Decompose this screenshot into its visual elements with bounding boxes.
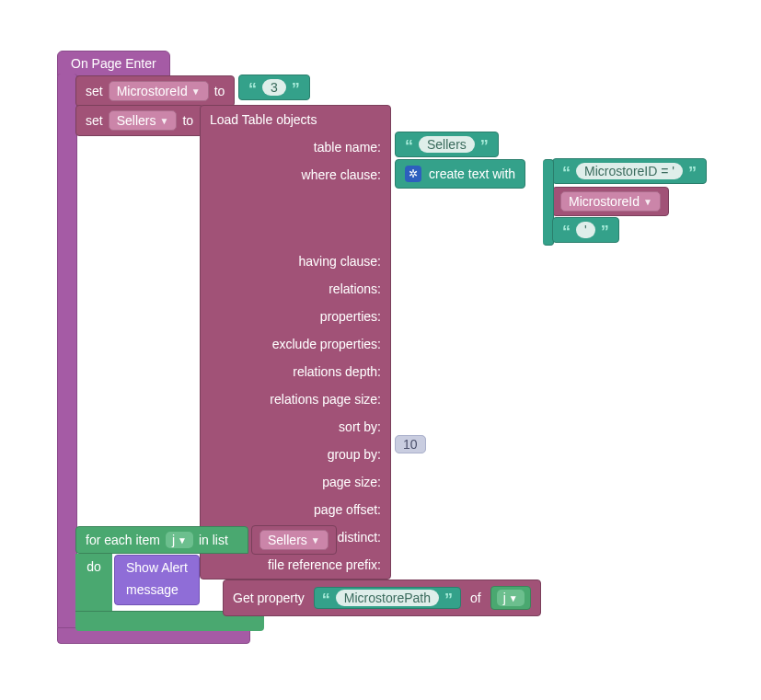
event-title: On Page Enter <box>71 56 156 71</box>
set-label: set <box>86 84 103 98</box>
page-size-value[interactable]: 10 <box>395 437 426 452</box>
row-page-size: page size: <box>201 468 390 496</box>
string-value[interactable]: MicrostoreID = ' <box>576 163 683 179</box>
gear-icon[interactable]: ✲ <box>405 166 421 182</box>
row-properties: properties: <box>201 303 390 330</box>
quote-icon: “ <box>562 227 571 236</box>
to-label: to <box>182 113 193 128</box>
for-each-label: for each item <box>86 533 160 547</box>
quote-icon: “ <box>248 85 257 94</box>
load-title-row: Load Table objects <box>201 106 390 133</box>
quote-icon: ” <box>601 227 609 236</box>
show-alert-block[interactable]: Show Alert message <box>114 555 200 605</box>
quote-icon: ” <box>292 85 300 94</box>
chevron-down-icon: ▼ <box>311 535 320 545</box>
row-relations-page-size: relations page size: <box>201 385 390 413</box>
row-relations: relations: <box>201 275 390 303</box>
chevron-down-icon: ▼ <box>509 593 518 603</box>
row-relations-depth: relations depth: <box>201 358 390 385</box>
string-literal-sellers[interactable]: “ Sellers ” <box>395 132 499 157</box>
quote-icon: ” <box>480 142 489 151</box>
variable-dropdown-sellers[interactable]: Sellers▼ <box>109 110 178 131</box>
quote-icon: “ <box>322 595 330 604</box>
quote-icon: “ <box>405 142 413 151</box>
create-text-with-block[interactable]: ✲ create text with <box>395 159 525 189</box>
variable-getter-microstoreid[interactable]: MicrostoreId▼ <box>552 187 669 216</box>
in-list-label: in list <box>199 533 228 547</box>
do-label-cell: do <box>75 554 112 611</box>
variable-dropdown-microstoreid[interactable]: MicrostoreId▼ <box>109 81 209 101</box>
set-label: set <box>86 113 103 128</box>
row-table-name: table name: <box>201 133 390 161</box>
event-block-body <box>57 74 77 630</box>
string-value[interactable]: Sellers <box>419 136 475 153</box>
quote-icon: “ <box>562 168 571 178</box>
loop-variable-dropdown[interactable]: j▼ <box>497 590 525 606</box>
variable-dropdown-microstoreid[interactable]: MicrostoreId▼ <box>560 191 661 212</box>
row-where-clause-filler <box>201 189 390 247</box>
set-variable-block-sellers[interactable]: set Sellers▼ to <box>75 105 203 136</box>
chevron-down-icon: ▼ <box>178 535 187 545</box>
string-value[interactable]: MicrostorePath <box>336 590 439 606</box>
show-alert-title: Show Alert <box>126 560 188 575</box>
row-page-offset: page offset: <box>201 496 390 523</box>
string-literal-3[interactable]: “ 3 ” <box>238 75 310 100</box>
string-value[interactable]: 3 <box>262 79 286 96</box>
create-text-with-label: create text with <box>429 166 515 181</box>
string-value[interactable]: ' <box>576 222 595 238</box>
chevron-down-icon: ▼ <box>643 197 652 207</box>
chevron-down-icon: ▼ <box>191 86 201 97</box>
to-label: to <box>214 84 225 98</box>
variable-dropdown-sellers[interactable]: Sellers▼ <box>259 530 329 550</box>
property-name-string[interactable]: “ MicrostorePath ” <box>314 587 461 609</box>
load-title: Load Table objects <box>210 112 317 127</box>
loop-variable-dropdown[interactable]: j▼ <box>166 532 193 548</box>
variable-getter-j[interactable]: j▼ <box>490 586 531 610</box>
row-where-clause: where clause: <box>201 161 390 189</box>
get-property-block[interactable]: Get property “ MicrostorePath ” of j▼ <box>223 580 541 616</box>
get-property-label: Get property <box>233 591 305 605</box>
row-having-clause: having clause: <box>201 247 390 275</box>
chevron-down-icon: ▼ <box>159 116 168 126</box>
row-sort-by: sort by: <box>201 413 390 441</box>
string-literal-close-quote[interactable]: “ ' ” <box>552 217 619 243</box>
set-variable-block-microstoreid[interactable]: set MicrostoreId▼ to <box>75 75 235 107</box>
string-literal-microstoreid-eq[interactable]: “ MicrostoreID = ' ” <box>552 158 707 184</box>
load-table-objects-block[interactable]: Load Table objects table name: where cla… <box>200 105 391 580</box>
quote-icon: ” <box>688 168 697 178</box>
row-exclude-properties: exclude properties: <box>201 330 390 358</box>
blockly-workspace: On Page Enter set MicrostoreId▼ to “ 3 ”… <box>18 18 761 700</box>
message-label: message <box>126 575 188 597</box>
event-block-header[interactable]: On Page Enter <box>57 51 170 76</box>
variable-getter-sellers[interactable]: Sellers▼ <box>251 525 337 555</box>
row-group-by: group by: <box>201 441 390 468</box>
for-each-block[interactable]: for each item j▼ in list <box>75 526 248 554</box>
quote-icon: ” <box>444 595 453 604</box>
of-label: of <box>470 591 481 605</box>
